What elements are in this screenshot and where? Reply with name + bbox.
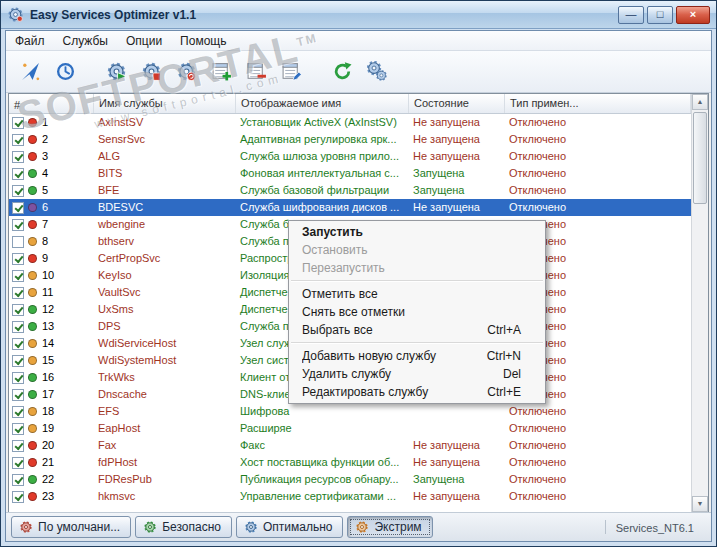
- row-checkbox[interactable]: [12, 304, 24, 316]
- row-checkbox[interactable]: [12, 134, 24, 146]
- header-display-name[interactable]: Отображаемое имя: [236, 94, 409, 113]
- context-menu-item[interactable]: Удалить службуDel: [289, 365, 545, 383]
- table-row[interactable]: 23hkmsvcУправление сертификатами ...Не з…: [9, 488, 691, 505]
- status-dot-red: [28, 441, 37, 450]
- context-menu-item[interactable]: Отметить все: [289, 285, 545, 303]
- titlebar: Easy Services Optimizer v1.1 — □ ×: [1, 1, 716, 29]
- service-state: [409, 420, 505, 437]
- row-checkbox[interactable]: [12, 185, 24, 197]
- status-dot-red: [28, 254, 37, 263]
- service-state: Запущена: [409, 182, 505, 199]
- app-icon[interactable]: [7, 6, 24, 23]
- service-name: fdPHost: [94, 454, 236, 471]
- row-checkbox[interactable]: [12, 440, 24, 452]
- table-row[interactable]: 4BITSФоновая интеллектуальная с...Запуще…: [9, 165, 691, 182]
- service-state: Не запущена: [409, 437, 505, 454]
- row-checkbox[interactable]: [12, 236, 24, 248]
- scrollbar-track[interactable]: [692, 110, 708, 496]
- row-checkbox[interactable]: [12, 338, 24, 350]
- row-checkbox[interactable]: [12, 406, 24, 418]
- row-status-cell: 10: [9, 267, 94, 284]
- table-row[interactable]: 22FDResPubПубликация ресурсов обнару...З…: [9, 471, 691, 488]
- profile-optimal-button[interactable]: Оптимально: [236, 516, 344, 538]
- table-row[interactable]: 21fdPHostХост поставщика функции об...Не…: [9, 454, 691, 471]
- row-checkbox[interactable]: [12, 168, 24, 180]
- settings-button[interactable]: [361, 57, 393, 87]
- service-name: WdiSystemHost: [94, 352, 236, 369]
- table-row[interactable]: 2SensrSvcАдаптивная регулировка ярк...Не…: [9, 131, 691, 148]
- table-row[interactable]: 5BFEСлужба базовой фильтрацииЗапущенаОтк…: [9, 182, 691, 199]
- row-status-cell: 21: [9, 454, 94, 471]
- table-row[interactable]: 1AxInstSVУстановщик ActiveX (AxInstSV)Не…: [9, 114, 691, 131]
- refresh-button[interactable]: [326, 57, 358, 87]
- row-checkbox[interactable]: [12, 287, 24, 299]
- apply-tweaks-button[interactable]: [14, 57, 46, 87]
- row-checkbox[interactable]: [12, 219, 24, 231]
- add-service-button[interactable]: [205, 57, 237, 87]
- menu-separator: [291, 280, 543, 282]
- table-row[interactable]: 18EFSШифроваОтключено: [9, 403, 691, 420]
- row-checkbox[interactable]: [12, 270, 24, 282]
- context-menu-item[interactable]: Выбрать всеCtrl+A: [289, 321, 545, 339]
- row-checkbox[interactable]: [12, 253, 24, 265]
- menu-help[interactable]: Помощь: [171, 32, 235, 50]
- row-checkbox[interactable]: [12, 372, 24, 384]
- context-menu-item[interactable]: Запустить: [289, 223, 545, 241]
- service-name: FDResPub: [94, 471, 236, 488]
- vertical-scrollbar[interactable]: ▲ ▼: [691, 94, 708, 512]
- profile-safe-button[interactable]: Безопасно: [135, 516, 232, 538]
- scroll-up-icon[interactable]: ▲: [692, 94, 708, 110]
- context-menu-item[interactable]: Снять все отметки: [289, 303, 545, 321]
- restart-service-button[interactable]: [170, 57, 202, 87]
- table-row[interactable]: 20FaxФаксНе запущенаОтключено: [9, 437, 691, 454]
- header-startup-type[interactable]: Тип примен...: [505, 94, 691, 113]
- header-number[interactable]: #: [9, 94, 94, 113]
- context-menu-item[interactable]: Добавить новую службуCtrl+N: [289, 347, 545, 365]
- header-state[interactable]: Состояние: [409, 94, 505, 113]
- service-name: EapHost: [94, 420, 236, 437]
- start-service-button[interactable]: [100, 57, 132, 87]
- profile-default-button[interactable]: По умолчани...: [11, 516, 131, 538]
- menu-options[interactable]: Опции: [117, 32, 171, 50]
- scroll-down-icon[interactable]: ▼: [692, 496, 708, 512]
- row-number: 4: [42, 165, 48, 182]
- context-menu-item[interactable]: Редактировать службуCtrl+E: [289, 383, 545, 401]
- row-status-cell: 2: [9, 131, 94, 148]
- row-number: 17: [42, 386, 54, 403]
- table-row[interactable]: 3ALGСлужба шлюза уровня прило...Не запущ…: [9, 148, 691, 165]
- scrollbar-thumb[interactable]: [693, 112, 707, 204]
- maximize-button[interactable]: □: [647, 6, 673, 24]
- profile-extreme-button[interactable]: Экстрим: [347, 516, 432, 538]
- row-checkbox[interactable]: [12, 457, 24, 469]
- status-dot-purple: [28, 203, 37, 212]
- row-checkbox[interactable]: [12, 491, 24, 503]
- table-row[interactable]: 19EapHostРасширяеОтключено: [9, 420, 691, 437]
- stop-service-button[interactable]: [135, 57, 167, 87]
- delete-service-button[interactable]: [240, 57, 272, 87]
- service-state: Запущена: [409, 471, 505, 488]
- startup-type: Отключено: [505, 471, 691, 488]
- table-row[interactable]: 6BDESVCСлужба шифрования дисков ...Не за…: [9, 199, 691, 216]
- close-button[interactable]: ×: [676, 6, 710, 24]
- history-button[interactable]: [49, 57, 81, 87]
- header-service-name[interactable]: Имя службы: [94, 94, 236, 113]
- row-checkbox[interactable]: [12, 151, 24, 163]
- row-checkbox[interactable]: [12, 423, 24, 435]
- display-name: Факс: [236, 437, 409, 454]
- row-checkbox[interactable]: [12, 202, 24, 214]
- menu-services[interactable]: Службы: [54, 32, 117, 50]
- row-checkbox[interactable]: [12, 355, 24, 367]
- service-name: DPS: [94, 318, 236, 335]
- row-number: 9: [42, 250, 48, 267]
- status-dot-yellow: [28, 407, 37, 416]
- menu-file[interactable]: Файл: [6, 32, 54, 50]
- row-checkbox[interactable]: [12, 389, 24, 401]
- gear-icon: [19, 520, 33, 534]
- row-checkbox[interactable]: [12, 117, 24, 129]
- row-checkbox[interactable]: [12, 474, 24, 486]
- service-name: BDESVC: [94, 199, 236, 216]
- row-checkbox[interactable]: [12, 321, 24, 333]
- edit-service-button[interactable]: [275, 57, 307, 87]
- minimize-button[interactable]: —: [618, 6, 644, 24]
- delete-service-icon: [246, 61, 267, 82]
